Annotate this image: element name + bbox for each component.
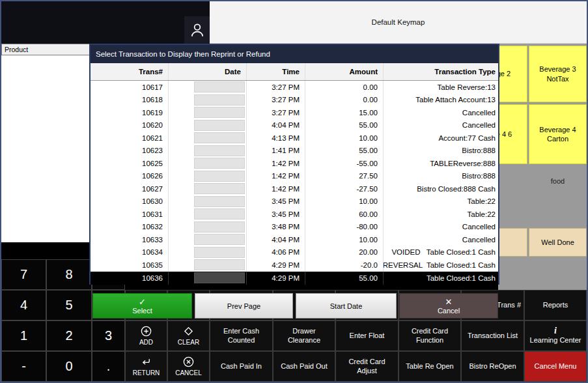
table-row[interactable]: 10634 4:06 PM 20.00 VOIDED Table Closed:… <box>91 246 498 259</box>
cell-time: 3:45 PM <box>247 195 305 208</box>
col-amount: Amount <box>305 63 384 80</box>
table-row[interactable]: 10619 3:27 PM 15.00 Cancelled <box>91 106 498 119</box>
table-row[interactable]: 10617 3:27 PM 0.00 Table Reverse:13 <box>91 81 498 94</box>
product-header: Product <box>1 44 91 55</box>
table-row[interactable]: 10621 4:13 PM 10.00 Account:77 Cash <box>91 132 498 145</box>
cell-trans: 10632 <box>91 221 169 234</box>
cell-time: 4:04 PM <box>247 119 305 132</box>
cell-type: Cancelled <box>384 233 498 246</box>
circle-x-icon <box>182 356 195 368</box>
cell-date <box>169 132 247 145</box>
beverage-3-nottax-button[interactable]: Beverage 3 NotTax <box>529 46 587 102</box>
date-redacted <box>194 196 245 207</box>
product-list-panel[interactable] <box>1 55 91 242</box>
key-4[interactable]: 4 <box>1 290 46 320</box>
cell-trans: 10618 <box>91 94 169 107</box>
table-row[interactable]: 10618 3:27 PM 0.00 Table Attach Account:… <box>91 94 498 107</box>
cell-amount: -27.50 <box>305 182 384 195</box>
cash-paid-in-button[interactable]: Cash Paid In <box>210 351 273 382</box>
table-row[interactable]: 10633 4:04 PM 10.00 Cancelled <box>91 233 498 246</box>
well-done-button[interactable]: Well Done <box>529 228 587 257</box>
key-5[interactable]: 5 <box>46 290 92 320</box>
key-dot[interactable]: . <box>92 351 125 382</box>
key-1[interactable]: 1 <box>1 320 46 351</box>
clear-button[interactable]: CLEAR <box>167 320 210 351</box>
cell-trans: 10633 <box>91 233 169 246</box>
cell-trans: 10617 <box>91 81 169 94</box>
pos-screen: Default Keymap Product Beverage 2 Bevera… <box>0 0 588 383</box>
cell-trans: 10636 <box>91 272 169 285</box>
transaction-dialog: Select Transaction to Display then Repri… <box>89 44 499 285</box>
key-3[interactable]: 3 <box>92 320 125 351</box>
cell-amount: -80.00 <box>305 221 384 234</box>
enter-cash-counted-button[interactable]: Enter Cash Counted <box>210 320 273 351</box>
key-0[interactable]: 0 <box>46 351 92 382</box>
cell-time: 4:29 PM <box>247 259 305 272</box>
table-row[interactable]: 10627 1:42 PM -27.50 Bistro Closed:888 C… <box>91 182 498 195</box>
credit-card-function-button[interactable]: Credit Card Function <box>399 320 461 351</box>
cell-date <box>169 195 247 208</box>
date-redacted <box>194 94 245 106</box>
drawer-clearance-button[interactable]: Drawer Clearance <box>273 320 335 351</box>
prev-page-button[interactable]: Prev Page <box>195 293 293 319</box>
key-8[interactable]: 8 <box>46 259 92 290</box>
cell-amount: 15.00 <box>305 106 384 119</box>
cell-date <box>169 259 247 272</box>
cell-date <box>169 119 247 132</box>
start-date-button[interactable]: Start Date <box>296 293 397 319</box>
cell-time: 1:42 PM <box>247 157 305 170</box>
key-7[interactable]: 7 <box>1 259 46 290</box>
add-button[interactable]: ADD <box>125 320 167 351</box>
key-minus[interactable]: - <box>1 351 46 382</box>
return-button[interactable]: RETURN <box>125 351 167 382</box>
cell-date <box>169 106 247 119</box>
dialog-cancel-button[interactable]: ✕ Cancel <box>399 293 498 319</box>
reports-button[interactable]: Reports <box>524 290 587 320</box>
table-row[interactable]: 10620 4:04 PM 55.00 Cancelled <box>91 119 498 132</box>
cell-trans: 10631 <box>91 208 169 221</box>
select-button[interactable]: ✓ Select <box>92 293 192 319</box>
transaction-list-button[interactable]: Transaction List <box>461 320 524 351</box>
person-icon <box>189 21 206 39</box>
x-icon: ✕ <box>445 298 453 306</box>
date-redacted <box>194 158 245 169</box>
cancel-menu-button[interactable]: Cancel Menu <box>524 351 587 382</box>
cell-amount: 55.00 <box>305 272 384 285</box>
cell-time: 3:27 PM <box>247 106 305 119</box>
table-row[interactable]: 10635 4:29 PM -20.0 REVERSAL Table Close… <box>91 259 498 272</box>
bistro-reopen-button[interactable]: Bistro ReOpen <box>461 351 524 382</box>
cash-paid-out-button[interactable]: Cash Paid Out <box>273 351 335 382</box>
select-label: Select <box>132 307 152 315</box>
table-row[interactable]: 10625 1:42 PM -55.00 TABLEReverse:888 <box>91 157 498 170</box>
enter-float-button[interactable]: Enter Float <box>335 320 399 351</box>
key-2[interactable]: 2 <box>46 320 92 351</box>
learning-center-button[interactable]: i Learning Center <box>524 320 587 351</box>
table-row[interactable]: 10630 3:45 PM 10.00 Table:22 <box>91 195 498 208</box>
cell-amount: 55.00 <box>305 119 384 132</box>
date-redacted <box>194 107 245 118</box>
cell-time: 4:04 PM <box>247 233 305 246</box>
learning-center-label: Learning Center <box>530 336 581 345</box>
cell-trans: 10635 <box>91 259 169 272</box>
beverage-4-carton-button[interactable]: Beverage 4 Carton <box>529 104 587 164</box>
cancel-key-button[interactable]: CANCEL <box>167 351 210 382</box>
date-redacted <box>194 272 245 283</box>
keymap-bar: Default Keymap <box>210 1 587 44</box>
date-redacted <box>194 183 245 194</box>
top-left-panel <box>1 1 210 44</box>
cell-amount: 55.00 <box>305 145 384 158</box>
cell-time: 3:45 PM <box>247 208 305 221</box>
table-re-open-button[interactable]: Table Re Open <box>399 351 461 382</box>
table-row[interactable]: 10626 1:42 PM 27.50 Bistro:888 <box>91 170 498 183</box>
cell-trans: 10625 <box>91 157 169 170</box>
table-row[interactable]: 10632 3:48 PM -80.00 Cancelled <box>91 221 498 234</box>
table-row[interactable]: 10623 1:41 PM 55.00 Bistro:888 <box>91 145 498 158</box>
credit-card-adjust-button[interactable]: Credit Card Adjust <box>335 351 399 382</box>
cell-time: 1:42 PM <box>247 182 305 195</box>
date-redacted <box>194 247 245 258</box>
cell-date <box>169 145 247 158</box>
user-icon[interactable] <box>184 16 210 44</box>
table-row-selected[interactable]: 10636 4:29 PM 55.00 Table Closed:1 Cash <box>91 272 498 285</box>
table-row[interactable]: 10631 3:45 PM 60.00 Table:22 <box>91 208 498 221</box>
cell-date <box>169 182 247 195</box>
